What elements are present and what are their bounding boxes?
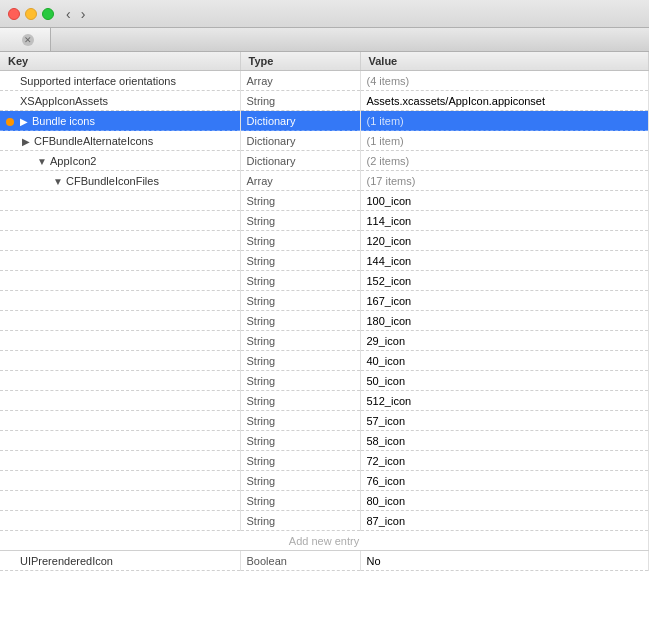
type-cell: Array (240, 171, 360, 191)
table-row[interactable]: ▼CFBundleIconFilesArray(17 items) (0, 171, 649, 191)
value-label: 50_icon (367, 375, 406, 387)
minimize-button[interactable] (25, 8, 37, 20)
key-cell (0, 371, 240, 391)
key-cell: ▶CFBundleAlternateIcons (0, 131, 240, 151)
key-cell: UIPrerenderedIcon (0, 551, 240, 571)
type-cell: String (240, 391, 360, 411)
table-row[interactable]: ▶CFBundleAlternateIconsDictionary(1 item… (0, 131, 649, 151)
type-label: String (247, 335, 276, 347)
value-cell: 120_icon (360, 231, 649, 251)
table-row[interactable]: String120_icon (0, 231, 649, 251)
type-label: Dictionary (247, 155, 296, 167)
type-label: String (247, 95, 276, 107)
type-cell: String (240, 91, 360, 111)
type-cell: Boolean (240, 551, 360, 571)
type-label: String (247, 475, 276, 487)
table-row[interactable]: String76_icon (0, 471, 649, 491)
table-row[interactable]: String144_icon (0, 251, 649, 271)
value-column-header: Value (360, 52, 649, 71)
table-row[interactable]: String167_icon (0, 291, 649, 311)
type-cell: String (240, 471, 360, 491)
table-row[interactable]: String80_icon (0, 491, 649, 511)
value-cell: 57_icon (360, 411, 649, 431)
type-cell: String (240, 231, 360, 251)
type-label: Dictionary (247, 135, 296, 147)
type-label: String (247, 275, 276, 287)
table-row[interactable]: ▼AppIcon2Dictionary(2 items) (0, 151, 649, 171)
type-label: Boolean (247, 555, 287, 567)
table-row[interactable]: String152_icon (0, 271, 649, 291)
table-row[interactable]: Add new entry (0, 531, 649, 551)
table-row[interactable]: String50_icon (0, 371, 649, 391)
type-cell: String (240, 511, 360, 531)
value-cell: (2 items) (360, 151, 649, 171)
table-row[interactable]: String512_icon (0, 391, 649, 411)
type-label: String (247, 515, 276, 527)
table-row[interactable]: String180_icon (0, 311, 649, 331)
value-cell: 72_icon (360, 451, 649, 471)
disclosure-triangle[interactable]: ▼ (52, 176, 64, 187)
type-cell: String (240, 311, 360, 331)
back-button[interactable]: ‹ (62, 5, 75, 23)
type-cell: String (240, 331, 360, 351)
table-row[interactable]: ▶Bundle iconsDictionary(1 item) (0, 111, 649, 131)
key-cell (0, 191, 240, 211)
type-label: String (247, 355, 276, 367)
forward-button[interactable]: › (77, 5, 90, 23)
value-label: 72_icon (367, 455, 406, 467)
value-label: 40_icon (367, 355, 406, 367)
table-row[interactable]: UIPrerenderedIconBooleanNo (0, 551, 649, 571)
type-label: String (247, 235, 276, 247)
maximize-button[interactable] (42, 8, 54, 20)
disclosure-triangle[interactable]: ▶ (20, 136, 32, 147)
value-cell: 87_icon (360, 511, 649, 531)
key-cell (0, 231, 240, 251)
table-row[interactable]: Supported interface orientationsArray(4 … (0, 71, 649, 91)
table-row[interactable]: String87_icon (0, 511, 649, 531)
value-label: Assets.xcassets/AppIcon.appiconset (367, 95, 546, 107)
value-meta: (1 item) (367, 135, 404, 147)
table-row[interactable]: String40_icon (0, 351, 649, 371)
type-label: String (247, 435, 276, 447)
key-cell (0, 391, 240, 411)
key-cell: XSAppIconAssets (0, 91, 240, 111)
key-cell (0, 411, 240, 431)
key-cell (0, 211, 240, 231)
disclosure-triangle[interactable]: ▶ (18, 116, 30, 127)
value-label: 76_icon (367, 475, 406, 487)
value-label: 120_icon (367, 235, 412, 247)
value-label: 29_icon (367, 335, 406, 347)
table-row[interactable]: XSAppIconAssetsStringAssets.xcassets/App… (0, 91, 649, 111)
table-row[interactable]: String72_icon (0, 451, 649, 471)
type-label: String (247, 195, 276, 207)
type-cell: String (240, 211, 360, 231)
value-cell: 58_icon (360, 431, 649, 451)
table-row[interactable]: String114_icon (0, 211, 649, 231)
value-cell: 114_icon (360, 211, 649, 231)
key-cell (0, 351, 240, 371)
key-label: CFBundleIconFiles (66, 175, 159, 187)
value-meta: (4 items) (367, 75, 410, 87)
value-label: 152_icon (367, 275, 412, 287)
file-tab[interactable]: ✕ (0, 28, 51, 51)
value-label: 167_icon (367, 295, 412, 307)
disclosure-triangle[interactable]: ▼ (36, 156, 48, 167)
close-button[interactable] (8, 8, 20, 20)
table-row[interactable]: String57_icon (0, 411, 649, 431)
value-label: 87_icon (367, 515, 406, 527)
type-cell: String (240, 431, 360, 451)
type-cell: String (240, 271, 360, 291)
type-cell: String (240, 251, 360, 271)
key-cell (0, 331, 240, 351)
table-row[interactable]: String58_icon (0, 431, 649, 451)
table-row[interactable]: String29_icon (0, 331, 649, 351)
value-meta: (2 items) (367, 155, 410, 167)
tab-close-button[interactable]: ✕ (22, 34, 34, 46)
add-entry-cell[interactable]: Add new entry (0, 531, 649, 551)
type-cell: Dictionary (240, 151, 360, 171)
table-row[interactable]: String100_icon (0, 191, 649, 211)
key-cell (0, 311, 240, 331)
value-label: 57_icon (367, 415, 406, 427)
value-cell: Assets.xcassets/AppIcon.appiconset (360, 91, 649, 111)
type-cell: String (240, 451, 360, 471)
